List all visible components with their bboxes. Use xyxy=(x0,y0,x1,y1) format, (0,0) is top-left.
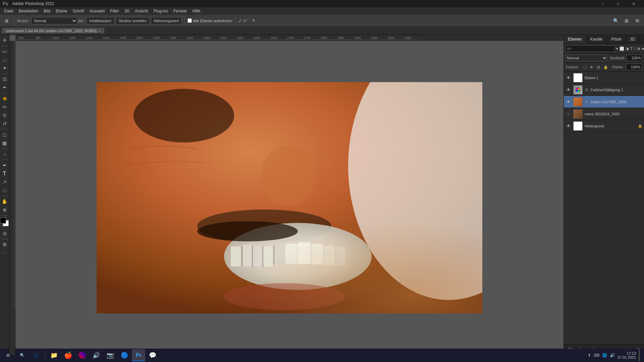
lasso-tool[interactable]: ⌓ xyxy=(1,56,9,64)
close-button[interactable]: ✕ xyxy=(626,0,641,7)
quick-mask-mode[interactable]: ◎ xyxy=(1,229,9,237)
menu-ansicht[interactable]: Ansicht xyxy=(132,8,151,14)
doc-tab-active[interactable]: Unbenannt-1 bei 64,6% (indian-1417065_19… xyxy=(2,28,104,34)
taskbar-app-discord[interactable]: 💬 xyxy=(146,349,159,361)
ruler-top-svg: 900 950 1000 1050 1100 1150 1200 1250 13… xyxy=(15,35,564,41)
menu-hilfe[interactable]: Hilfe xyxy=(190,8,203,14)
layer-item-mens[interactable]: 👁 mens-3816224_1920 xyxy=(564,108,644,120)
heal-tool-button[interactable]: ⊕ xyxy=(2,16,11,25)
more-tools[interactable]: ··· xyxy=(1,249,9,257)
tab-kanaele[interactable]: Kanäle xyxy=(586,35,607,44)
layer-vis-ebene1[interactable]: 👁 xyxy=(566,75,571,80)
layer-pixel-filter[interactable]: ⬜ xyxy=(620,45,624,52)
taskbar-app-5[interactable]: 📷 xyxy=(104,349,117,361)
crop-tool[interactable]: ⊡ xyxy=(1,75,9,83)
menu-3d[interactable]: 3D xyxy=(122,8,132,14)
layer-shape-filter[interactable]: □ xyxy=(634,45,636,52)
menu-auswahl[interactable]: Auswahl xyxy=(87,8,107,14)
workspace-button[interactable]: ⊞ xyxy=(622,16,631,25)
show-desktop-btn[interactable] xyxy=(639,349,640,361)
doc-tab-close[interactable]: × xyxy=(99,29,101,33)
layer-vis-mens: 👁 xyxy=(566,111,571,117)
hand-tool[interactable]: ✋ xyxy=(1,197,9,205)
layer-item-saturation[interactable]: 👁 ⛓ Farb/on/Sättigung 1 xyxy=(564,84,644,96)
eyedropper-tool[interactable]: ✒ xyxy=(1,83,9,92)
maximize-button[interactable]: □ xyxy=(610,0,626,7)
taskbar-photoshop[interactable]: Ps xyxy=(132,349,145,361)
svg-point-49 xyxy=(133,89,234,142)
menu-bild[interactable]: Bild xyxy=(41,8,53,14)
layer-filter-type-btn[interactable]: ▾ xyxy=(616,45,618,52)
layers-search-input[interactable] xyxy=(565,45,615,52)
menu-bearbeiten[interactable]: Bearbeiten xyxy=(16,8,41,14)
layer-filter-active[interactable]: ● xyxy=(642,45,644,52)
fill-input[interactable] xyxy=(626,64,642,70)
text-tool[interactable]: T xyxy=(1,170,9,178)
tab-3d[interactable]: 3D xyxy=(626,35,639,44)
menu-plugins[interactable]: Plug-ins xyxy=(151,8,171,14)
layer-vis-saturation[interactable]: 👁 xyxy=(566,87,571,93)
mode-select[interactable]: Normal Inhalt berücksichtigen Textur ers… xyxy=(31,17,77,24)
tab-ebenen[interactable]: Ebenen xyxy=(564,35,586,44)
layer-item-ebene1[interactable]: 👁 Ebene 1 xyxy=(564,72,644,84)
menu-ebene[interactable]: Ebene xyxy=(53,8,70,14)
window-controls: ─ □ ✕ xyxy=(595,0,641,7)
path-selection-tool[interactable]: ↗ xyxy=(1,178,9,186)
arrange-button[interactable]: ⧉ xyxy=(633,16,642,25)
taskbar-app-3[interactable]: 🎨 xyxy=(75,349,89,361)
layer-adjustment-filter[interactable]: ◑ xyxy=(626,45,629,52)
layer-item-hintergrund[interactable]: 👁 Hintergrund 🔒 xyxy=(564,120,644,132)
app-6-icon: 🔵 xyxy=(120,351,128,359)
dodge-tool[interactable]: ○ xyxy=(1,150,9,158)
rectangle-tool[interactable]: □ xyxy=(1,186,9,194)
proximity-button[interactable]: Näherungswert xyxy=(151,17,182,24)
lock-artboard-btn[interactable]: ⊡ xyxy=(596,64,602,70)
lock-position-btn[interactable]: ✛ xyxy=(589,64,595,70)
blend-mode-select[interactable]: Normal xyxy=(565,55,607,61)
structure-button[interactable]: Struktur erstellen xyxy=(116,17,150,24)
quick-selection-tool[interactable]: ✦ xyxy=(1,64,9,72)
layer-vis-hintergrund[interactable]: 👁 xyxy=(566,123,571,129)
taskbar-app-6[interactable]: 🔵 xyxy=(118,349,131,361)
layer-item-indian[interactable]: 👁 ⛓ indian-1417065_1920 xyxy=(564,96,644,108)
canvas-container[interactable] xyxy=(15,41,564,355)
taskbar-time-area[interactable]: 17:13 27.01.2021 xyxy=(618,351,636,359)
sample-all-checkbox[interactable] xyxy=(187,18,192,23)
opacity-input[interactable] xyxy=(627,55,643,61)
rectangular-marquee-tool[interactable]: ▭ xyxy=(1,47,9,55)
zoom-tool[interactable]: ⊕ xyxy=(1,206,9,214)
task-view-button[interactable]: ⬡ xyxy=(30,349,43,361)
gradient-tool[interactable]: ▦ xyxy=(1,139,9,147)
layer-smart-filter[interactable]: ⊕ xyxy=(637,45,640,52)
search-icon-button[interactable]: 🔍 xyxy=(611,16,621,25)
content-aware-button[interactable]: Inhaltsbasiert xyxy=(86,17,114,24)
taskbar-app-4[interactable]: 🔊 xyxy=(90,349,103,361)
screen-mode[interactable]: ⊞ xyxy=(1,240,9,248)
tab-pfade[interactable]: Pfade xyxy=(607,35,626,44)
menu-datei[interactable]: Datei xyxy=(1,8,16,14)
menu-filter[interactable]: Filter xyxy=(107,8,122,14)
lock-pixels-btn[interactable]: ⬚ xyxy=(582,64,588,70)
refine-button[interactable]: ✎ xyxy=(249,16,258,25)
eraser-tool[interactable]: ◻ xyxy=(1,131,9,139)
foreground-color[interactable] xyxy=(0,218,9,227)
canvas-image[interactable] xyxy=(97,82,482,313)
healing-brush-tool[interactable]: ⊕ xyxy=(1,95,9,103)
taskbar-app-2[interactable]: 🍎 xyxy=(61,349,75,361)
move-tool[interactable]: ✛ xyxy=(1,36,9,44)
history-brush-tool[interactable]: ↺ xyxy=(1,120,9,128)
lt-sep-7 xyxy=(1,196,8,196)
menu-schrift[interactable]: Schrift xyxy=(70,8,87,14)
photoshop-icon: Ps xyxy=(135,351,143,359)
search-button[interactable]: 🔍 xyxy=(15,349,29,361)
taskbar-file-explorer[interactable]: 📁 xyxy=(47,349,61,361)
clone-stamp-tool[interactable]: ⎘ xyxy=(1,111,9,119)
minimize-button[interactable]: ─ xyxy=(595,0,610,7)
layer-vis-indian[interactable]: 👁 xyxy=(566,99,571,105)
brush-tool[interactable]: ✏ xyxy=(1,103,9,111)
lock-all-btn[interactable]: 🔒 xyxy=(603,64,609,70)
menu-fenster[interactable]: Fenster xyxy=(171,8,190,14)
pen-tool[interactable]: ✒ xyxy=(1,161,9,169)
canvas-area[interactable]: 900 950 1000 1050 1100 1150 1200 1250 13… xyxy=(9,35,564,355)
layer-type-filter[interactable]: T xyxy=(630,45,633,52)
